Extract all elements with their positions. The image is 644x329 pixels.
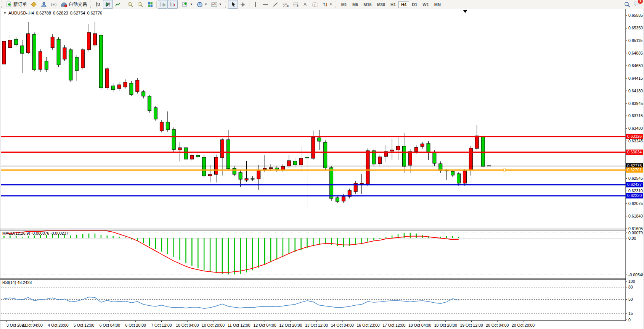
- shift-end-button[interactable]: [158, 0, 168, 9]
- dropdown-caret[interactable]: ▼: [190, 3, 193, 6]
- rsi-axis-label[interactable]: 100: [628, 279, 635, 284]
- time-axis-label[interactable]: 12 Oct 04:00: [253, 323, 276, 327]
- time-axis-label[interactable]: 20 Oct 20:00: [512, 323, 535, 327]
- time-axis-label[interactable]: 7 Oct 12:00: [151, 323, 172, 327]
- timeframe-m5[interactable]: M5: [350, 1, 361, 8]
- candle-down: [275, 168, 279, 169]
- price-axis-label[interactable]: 0.63945: [628, 101, 643, 106]
- toolbar-grip[interactable]: [90, 2, 92, 8]
- price-axis-label[interactable]: 0.65585: [628, 13, 643, 18]
- auto-scroll-button[interactable]: [168, 0, 178, 9]
- horizontal-line-button[interactable]: [260, 0, 270, 9]
- candle-up: [87, 32, 91, 50]
- price-axis-label[interactable]: 0.65115: [628, 38, 642, 43]
- signals-button[interactable]: [49, 0, 59, 9]
- price-axis-label[interactable]: 0.62310: [628, 189, 643, 193]
- time-axis-label[interactable]: 20 Oct 04:00: [486, 323, 509, 327]
- dropdown-caret[interactable]: ▼: [329, 3, 332, 6]
- time-axis-label[interactable]: 13 Oct 12:00: [305, 323, 328, 327]
- time-axis-label[interactable]: 12 Oct 20:00: [279, 323, 302, 327]
- time-axis-label[interactable]: 17 Oct 12:00: [382, 323, 405, 327]
- timeframe-d1[interactable]: D1: [409, 1, 420, 8]
- bar-chart-button[interactable]: [93, 0, 103, 9]
- market-watch-icon: [41, 2, 47, 8]
- add-indicator-button[interactable]: ▼: [180, 0, 195, 9]
- dropdown-caret[interactable]: ▼: [204, 3, 207, 6]
- time-axis-label[interactable]: 16 Oct 23:00: [357, 323, 379, 327]
- candlestick-chart-button[interactable]: [103, 0, 113, 9]
- price-axis-label[interactable]: 0.63480: [628, 126, 643, 131]
- window-menu-icon[interactable]: ▼: [3, 11, 6, 15]
- price-axis-label[interactable]: 0.63715: [628, 113, 643, 118]
- market-watch-button[interactable]: [39, 0, 49, 9]
- tile-windows-button[interactable]: [145, 0, 155, 9]
- time-axis-label[interactable]: 18 Oct 20:00: [434, 323, 457, 327]
- timeframe-h4[interactable]: H4: [398, 1, 409, 8]
- rsi-axis-label[interactable]: 0: [628, 318, 631, 322]
- vertical-line-button[interactable]: [251, 0, 260, 9]
- time-axis-label[interactable]: 11 Oct 12:00: [228, 323, 251, 327]
- time-axis-label[interactable]: 10 Oct 04:00: [176, 323, 199, 327]
- templates-button[interactable]: ▼: [209, 0, 224, 9]
- timeframe-mn[interactable]: MN: [432, 1, 443, 8]
- rsi-panel-area[interactable]: [1, 279, 626, 321]
- text-button[interactable]: A: [301, 0, 310, 9]
- chart-canvas[interactable]: 0.655850.653500.651150.648850.646500.644…: [0, 9, 643, 328]
- macd-axis-label[interactable]: -0.005464: [628, 273, 643, 277]
- time-axis-label[interactable]: 14 Oct 04:00: [331, 323, 354, 327]
- zoom-in-button[interactable]: [125, 0, 135, 9]
- time-axis-label[interactable]: 4 Oct 20:00: [48, 323, 68, 327]
- time-axis-label[interactable]: 6 Oct 20:00: [125, 323, 146, 327]
- candle-down: [172, 129, 175, 150]
- text-label-icon: T: [312, 2, 318, 8]
- macd-axis-label[interactable]: 0.000793: [628, 231, 643, 235]
- rsi-axis-label[interactable]: 50: [628, 297, 633, 302]
- line-selection-marker[interactable]: [503, 169, 506, 171]
- grid-button[interactable]: F: [291, 0, 301, 9]
- fibonacci-button[interactable]: E: [280, 0, 291, 9]
- price-axis-label[interactable]: 0.62545: [628, 176, 643, 181]
- candle-down: [451, 171, 454, 175]
- zoom-out-button[interactable]: [135, 0, 145, 9]
- toolbar-grip[interactable]: [336, 2, 337, 8]
- text-label-button[interactable]: T: [310, 0, 320, 9]
- time-axis-label[interactable]: 6 Oct 04:00: [100, 323, 120, 327]
- price-axis-label[interactable]: 0.64885: [628, 51, 643, 55]
- timeframe-h1[interactable]: H1: [388, 1, 398, 8]
- price-axis-label[interactable]: 0.61840: [628, 214, 643, 218]
- search-icon[interactable]: [624, 2, 630, 8]
- rsi-axis-label[interactable]: 80: [628, 285, 633, 289]
- time-axis-label[interactable]: 19 Oct 12:00: [460, 323, 483, 327]
- rsi-axis-label[interactable]: 15: [628, 311, 633, 316]
- candle-up: [299, 158, 303, 165]
- cursor-button[interactable]: [228, 0, 238, 9]
- periods-button[interactable]: ▼: [195, 0, 209, 9]
- autotrading-button[interactable]: 自动交易: [59, 0, 89, 9]
- line-chart-button[interactable]: [113, 0, 123, 9]
- macd-axis-label[interactable]: 0.00: [628, 236, 636, 240]
- crosshair-button[interactable]: [238, 0, 248, 9]
- price-axis-label[interactable]: 0.64180: [628, 89, 643, 93]
- timeframe-m30[interactable]: M30: [374, 1, 388, 8]
- toolbar-grip[interactable]: [225, 2, 227, 8]
- time-axis-label[interactable]: 18 Oct 04:00: [408, 323, 431, 327]
- timeframe-w1[interactable]: W1: [420, 1, 432, 8]
- time-axis-label[interactable]: 4 Oct 04:00: [22, 323, 43, 327]
- timeframe-m15[interactable]: M15: [361, 1, 374, 8]
- new-order-button[interactable]: 新订单: [4, 0, 29, 9]
- notifications-button[interactable]: 1: [633, 1, 640, 8]
- price-axis-label[interactable]: 0.64415: [628, 76, 643, 81]
- trendline-button[interactable]: [270, 0, 280, 9]
- price-axis-label[interactable]: 0.62075: [628, 201, 643, 206]
- price-axis-label[interactable]: 0.65350: [628, 26, 643, 30]
- candle-down: [75, 57, 79, 71]
- chart-window-button[interactable]: [29, 0, 39, 9]
- shapes-button[interactable]: ▼: [320, 0, 334, 9]
- toolbar-grip[interactable]: [1, 2, 3, 8]
- time-axis-label[interactable]: 10 Oct 20:00: [202, 323, 225, 327]
- svg-text:E: E: [287, 5, 289, 7]
- price-axis-label[interactable]: 0.64650: [628, 63, 643, 68]
- dropdown-caret[interactable]: ▼: [219, 3, 222, 6]
- timeframe-m1[interactable]: M1: [339, 1, 350, 8]
- time-axis-label[interactable]: 5 Oct 12:00: [74, 323, 94, 327]
